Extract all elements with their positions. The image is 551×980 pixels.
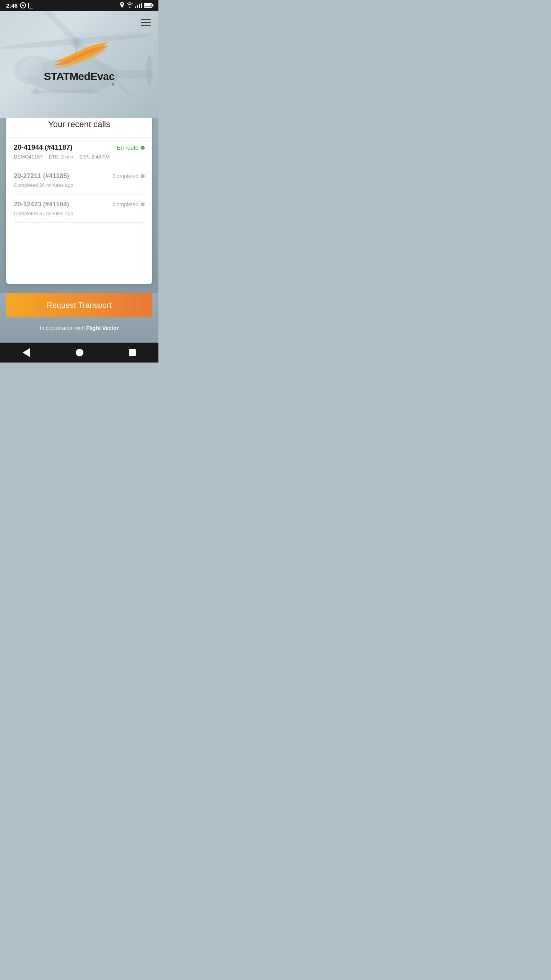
call-details-2: Completed 26 minutes ago [14,182,145,188]
signal-icon [135,3,142,8]
svg-point-8 [19,60,42,77]
card-title: Your recent calls [14,119,145,129]
call-detail-demo: DEMO41187 [14,154,42,160]
cooperation-text: In cooperation with Flight Vector [6,325,152,331]
hamburger-line-2 [141,22,151,23]
status-dot-gray-2 [141,174,145,178]
svg-rect-13 [88,87,93,94]
status-completed-3: Completed [112,201,145,207]
back-icon [23,348,30,357]
call-id-3: 20-12423 (#41184) [14,201,69,208]
wifi-icon [126,2,133,9]
call-item-1[interactable]: 20-41944 (#41187) En route DEMO41187 ETE… [14,137,145,166]
card-spacer [14,223,145,276]
call-id-2: 20-27211 (#41185) [14,172,69,180]
menu-button[interactable] [139,15,152,29]
request-transport-button[interactable]: Request Transport [6,293,152,317]
cooperation-partner: Flight Vector [86,325,119,331]
call-item-3[interactable]: 20-12423 (#41184) Completed Completed 37… [14,194,145,223]
location-icon [120,2,124,9]
logo-wing-icon [49,41,110,69]
en-route-label: En route [117,144,139,151]
nav-bar [0,343,158,363]
bottom-section: Request Transport In cooperation with Fl… [0,293,158,343]
call-details-1: DEMO41187 ETE: 2 min ETA: 2:48 AM [14,154,145,160]
home-icon [76,349,83,356]
status-left: 2:46 [6,2,33,9]
status-time: 2:46 [6,2,18,9]
svg-point-10 [146,55,152,85]
svg-point-0 [22,5,24,6]
recent-calls-card: Your recent calls 20-41944 (#41187) En r… [6,110,152,284]
home-button[interactable] [76,349,83,356]
completed-label-3: Completed [112,201,139,207]
call-detail-eta: ETA: 2:48 AM [79,154,109,160]
status-completed-2: Completed [112,173,145,179]
status-dot-green-1 [141,146,145,150]
logo-container: STATMedEvac ® [44,41,115,88]
status-right [120,2,152,9]
status-en-route-1: En route [117,144,145,151]
call-id-1: 20-41944 (#41187) [14,144,72,152]
call-details-3: Completed 37 minutes ago [14,211,145,216]
hamburger-line-3 [141,25,151,26]
call-item-2[interactable]: 20-27211 (#41185) Completed Completed 26… [14,166,145,194]
completed-label-2: Completed [112,173,139,179]
call-detail-ete: ETE: 2 min [49,154,73,160]
recent-apps-icon [129,349,136,356]
media-icon [20,2,26,8]
recent-apps-button[interactable] [129,349,136,356]
battery-icon [144,3,152,8]
status-bar: 2:46 [0,0,158,11]
svg-rect-12 [34,87,39,94]
hamburger-line-1 [141,19,151,20]
status-dot-gray-3 [141,203,145,206]
clipboard-icon [28,3,33,8]
hero-section: STATMedEvac ® [0,11,158,118]
logo-text: STATMedEvac [44,70,115,82]
back-button[interactable] [23,348,30,357]
